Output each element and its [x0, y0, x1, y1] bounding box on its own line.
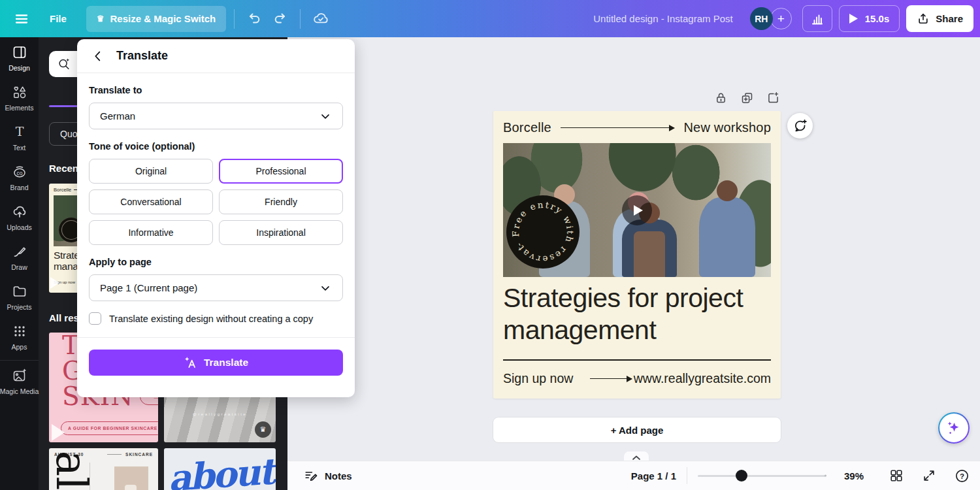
- skincare-product-photo: [114, 466, 148, 490]
- tone-option-informative[interactable]: Informative: [89, 220, 213, 245]
- bottom-bar: Notes Page 1 / 1 39% ?: [287, 461, 980, 490]
- zoom-slider[interactable]: [698, 475, 826, 477]
- page-actions: [714, 91, 780, 105]
- about-script-text: about: [167, 449, 274, 490]
- draw-icon: [12, 244, 27, 259]
- glow-skin-pill: A GUIDE FOR BEGINNER SKINCARE: [61, 421, 158, 435]
- canva-assistant-button[interactable]: [938, 412, 970, 444]
- translate-in-place-option[interactable]: Translate existing design without creati…: [89, 312, 343, 325]
- duplicate-page-button[interactable]: [740, 91, 754, 105]
- notes-button[interactable]: Notes: [304, 468, 352, 483]
- hamburger-menu-icon[interactable]: [13, 10, 30, 27]
- zoom-slider-thumb[interactable]: [736, 470, 747, 482]
- sidebar-item-magic-media[interactable]: Magic Media: [0, 361, 39, 400]
- notes-icon: [304, 468, 318, 483]
- url-text[interactable]: www.reallygreatsite.com: [634, 371, 771, 386]
- resize-magic-switch-button[interactable]: ♛ Resize & Magic Switch: [86, 6, 226, 32]
- lock-button[interactable]: [714, 91, 728, 105]
- file-menu-button[interactable]: File: [50, 13, 67, 24]
- uploads-icon: [12, 204, 27, 220]
- resize-label: Resize & Magic Switch: [110, 13, 216, 24]
- brand-icon: co: [12, 164, 27, 180]
- tone-option-friendly[interactable]: Friendly: [219, 189, 343, 214]
- arrow-line: [590, 378, 632, 380]
- notes-label: Notes: [325, 470, 352, 482]
- event-text[interactable]: New workshop: [683, 120, 771, 135]
- design-page[interactable]: Borcelle New workshop - Free entry with …: [493, 111, 781, 399]
- svg-text:co: co: [16, 170, 22, 176]
- magic-media-icon: [12, 368, 27, 384]
- svg-text:T: T: [15, 124, 24, 139]
- person-figure: [699, 197, 755, 277]
- sidebar-item-uploads[interactable]: Uploads: [0, 197, 39, 237]
- sidebar-item-draw[interactable]: Draw: [0, 237, 39, 276]
- panel-divider: [77, 337, 355, 338]
- chevron-down-icon: [319, 110, 332, 123]
- play-icon: [52, 424, 65, 441]
- share-button[interactable]: Share: [906, 5, 973, 32]
- translate-in-place-checkbox[interactable]: [89, 312, 101, 325]
- sidebar-item-apps[interactable]: Apps: [0, 316, 39, 356]
- page-select[interactable]: Page 1 (Current page): [89, 274, 343, 301]
- user-avatar[interactable]: RH: [750, 7, 773, 30]
- comment-plus-icon: [792, 118, 808, 134]
- canva-editor: File ♛ Resize & Magic Switch Untitled de…: [0, 0, 980, 490]
- add-page-button[interactable]: + Add page: [493, 417, 781, 442]
- zoom-slider-end: [825, 475, 826, 477]
- tone-options: Original Professional Conversational Fri…: [89, 159, 343, 245]
- expand-icon: [922, 468, 936, 483]
- chevron-down-icon: [319, 282, 332, 295]
- crown-icon: ♛: [97, 14, 105, 23]
- design-headline[interactable]: Strategies for project management: [503, 282, 768, 346]
- apps-icon: [12, 323, 27, 339]
- video-play-button[interactable]: [622, 195, 652, 225]
- back-button[interactable]: [90, 48, 106, 64]
- sidebar-item-design[interactable]: Design: [0, 37, 39, 77]
- elements-icon: [12, 84, 27, 100]
- fullscreen-button[interactable]: [921, 468, 937, 483]
- grid-view-button[interactable]: [889, 468, 904, 483]
- svg-text:?: ?: [959, 472, 964, 480]
- template-thumbnail-skincare[interactable]: AUGUST 30 SKINCARE al.: [49, 448, 158, 490]
- apply-to-page-label: Apply to page: [89, 257, 343, 267]
- workshop-photo[interactable]: - Free entry with reservation: [503, 143, 771, 277]
- translate-submit-button[interactable]: Translate: [89, 350, 343, 376]
- sidebar-item-projects[interactable]: Projects: [0, 276, 39, 316]
- translate-to-label: Translate to: [89, 85, 343, 95]
- collapse-bottom-bar-tab[interactable]: [624, 451, 649, 461]
- magic-search-icon: [57, 57, 71, 71]
- tone-option-professional[interactable]: Professional: [219, 159, 343, 184]
- design-divider: [503, 359, 771, 361]
- present-play-button[interactable]: 15.0s: [839, 5, 900, 32]
- cloud-save-status-icon: [308, 7, 333, 31]
- sidebar-item-brand[interactable]: co Brand: [0, 157, 39, 197]
- design-title[interactable]: Untitled design - Instagram Post: [562, 0, 764, 37]
- tone-option-inspirational[interactable]: Inspirational: [219, 220, 343, 245]
- sidebar-item-elements[interactable]: Elements: [0, 77, 39, 117]
- redo-button[interactable]: [267, 7, 292, 31]
- share-icon: [917, 12, 930, 25]
- fabric-handle-text: @reallygreatsite: [164, 412, 276, 416]
- template-thumbnail-about[interactable]: about: [164, 448, 276, 490]
- share-label: Share: [936, 13, 963, 24]
- chevron-left-icon: [91, 49, 105, 63]
- add-page-icon-button[interactable]: [766, 91, 780, 105]
- page-indicator[interactable]: Page 1 / 1: [631, 470, 676, 482]
- assistant-sparkle-icon: [945, 419, 962, 436]
- help-button[interactable]: ?: [954, 468, 970, 483]
- cta-text[interactable]: Sign up now: [503, 371, 573, 386]
- zoom-level[interactable]: 39%: [844, 470, 872, 482]
- tone-option-original[interactable]: Original: [89, 159, 213, 184]
- pro-crown-badge: ♛: [255, 421, 271, 438]
- sidebar-item-text[interactable]: T Text: [0, 117, 39, 157]
- toolbar-divider: [234, 9, 235, 29]
- text-icon: T: [12, 124, 27, 140]
- undo-button[interactable]: [242, 7, 267, 31]
- insights-button[interactable]: [802, 5, 832, 32]
- tone-option-conversational[interactable]: Conversational: [89, 189, 213, 214]
- comment-button[interactable]: [787, 113, 813, 139]
- tone-label: Tone of voice (optional): [89, 141, 343, 152]
- brand-text[interactable]: Borcelle: [503, 120, 551, 135]
- add-member-button[interactable]: +: [770, 8, 792, 29]
- language-select[interactable]: German: [89, 103, 343, 129]
